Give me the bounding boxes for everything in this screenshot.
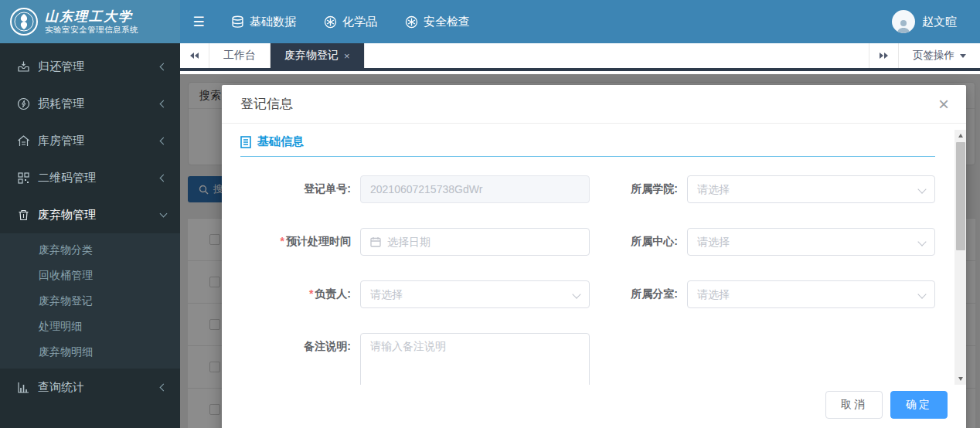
field-label: 所属中心: [608,228,687,249]
field-label: 登记单号: [240,175,360,196]
close-tab-icon[interactable]: × [344,51,350,61]
scrollbar-down-arrow[interactable] [954,373,966,385]
chevron-down-icon [917,237,926,246]
registration-number-input-wrap [360,175,590,203]
confirm-button[interactable]: 确定 [890,391,948,419]
sidebar-item-query-statistics[interactable]: 查询统计 [0,369,180,406]
field-remark: 备注说明: [240,333,590,385]
system-name: 实验室安全管理信息系统 [45,25,138,34]
dialog-header: 登记信息 × [222,85,966,124]
remark-textarea-wrap [360,333,590,385]
university-name: 山东理工大学 [45,9,138,25]
sidebar-item-label: 查询统计 [38,380,153,395]
manager-select[interactable] [360,280,590,308]
cancel-button[interactable]: 取消 [825,391,883,419]
qrcode-icon [17,172,30,185]
nav-item-safety-check[interactable]: 安全检查 [391,0,484,43]
chevron-down-icon [917,290,926,298]
sidebar-subitem-waste-classification[interactable]: 废弃物分类 [0,237,180,263]
dialog-title: 登记信息 [240,95,293,113]
nav-label: 化学品 [342,15,377,29]
required-mark: * [281,235,284,247]
warehouse-icon [17,134,30,148]
process-time-input[interactable] [387,236,566,248]
scrollbar-up-arrow[interactable] [954,130,966,141]
dialog-footer: 取消 确定 [222,385,966,419]
close-icon[interactable]: × [938,95,949,114]
nav-item-chemicals[interactable]: 化学品 [310,0,391,43]
tab-label: 废弃物登记 [284,49,339,63]
waste-management-submenu: 废弃物分类 回收桶管理 废弃物登记 处理明细 废弃物明细 [0,233,180,369]
dialog-body: 基础信息 登记单号: 所属学院: *预计处理时间 [222,124,966,385]
center-select-input[interactable] [697,236,911,248]
database-icon [231,15,244,29]
registration-number-input [370,183,566,195]
registration-form: 登记单号: 所属学院: *预计处理时间 [240,175,935,385]
registration-info-dialog: 登记信息 × 基础信息 登记单号: 所属学院: [222,85,966,428]
hamburger-icon[interactable]: ☰ [180,0,217,43]
field-manager: *负责人: [240,280,590,308]
remark-textarea[interactable] [370,340,580,385]
scroll-tabs-left-button[interactable] [180,43,209,68]
chevron-left-icon [160,100,168,107]
sidebar-subitem-waste-registration[interactable]: 废弃物登记 [0,288,180,314]
section-title: 基础信息 [257,134,304,149]
field-label: 所属分室: [608,280,687,301]
chevron-down-icon [160,210,168,218]
tab-waste-registration[interactable]: 废弃物登记 × [271,43,365,68]
return-icon [17,60,30,73]
college-select[interactable] [687,175,935,203]
waste-icon [17,209,30,222]
safety-check-icon [405,15,418,29]
subroom-select[interactable] [687,280,935,308]
caret-down-icon [960,54,966,58]
sidebar-subitem-waste-details[interactable]: 废弃物明细 [0,339,180,365]
chevron-down-icon [572,290,580,298]
sidebar-subitem-recycle-bin-management[interactable]: 回收桶管理 [0,263,180,288]
tab-workbench[interactable]: 工作台 [209,43,271,68]
nav-item-basic-data[interactable]: 基础数据 [217,0,310,43]
basic-info-section-header: 基础信息 [240,134,935,157]
tab-label: 工作台 [223,49,256,63]
field-label: *预计处理时间 [240,228,360,249]
app-logo: 山东理工大学 实验室安全管理信息系统 [0,0,180,43]
field-process-time: *预计处理时间 [240,228,590,256]
sidebar-item-return-management[interactable]: 归还管理 [0,48,180,85]
user-menu[interactable]: 赵文暄 [892,0,980,43]
sidebar-item-label: 损耗管理 [38,97,153,111]
sidebar-item-label: 库房管理 [38,134,153,148]
field-label: 所属学院: [608,175,687,196]
college-select-input[interactable] [697,183,911,195]
required-mark: * [309,287,313,300]
sidebar-item-label: 废弃物管理 [38,208,153,222]
document-icon [240,136,251,148]
dialog-scrollbar[interactable] [954,130,966,385]
manager-select-input[interactable] [370,288,566,301]
scroll-tabs-right-button[interactable] [869,43,898,68]
field-subroom: 所属分室: [608,280,935,308]
field-registration-number: 登记单号: [240,175,590,203]
scrollbar-thumb[interactable] [956,142,965,250]
tabbar: 工作台 废弃物登记 × 页签操作 [180,43,980,71]
center-select[interactable] [687,228,935,256]
user-name: 赵文暄 [922,15,957,29]
double-right-arrow-icon [880,53,883,59]
nav-label: 基础数据 [250,15,296,29]
sidebar-item-warehouse-management[interactable]: 库房管理 [0,122,180,159]
chevron-down-icon [917,185,926,193]
sidebar-subitem-processing-details[interactable]: 处理明细 [0,314,180,339]
chevron-left-icon [160,174,168,182]
top-header: 山东理工大学 实验室安全管理信息系统 ☰ 基础数据 化学品 安全检 [0,0,980,43]
double-left-arrow-icon [190,53,194,59]
tab-actions-dropdown[interactable]: 页签操作 [898,43,980,68]
nav-label: 安全检查 [424,15,470,29]
process-time-datepicker[interactable] [360,228,590,256]
sidebar-item-loss-management[interactable]: 损耗管理 [0,85,180,122]
loss-icon [17,97,30,110]
sidebar: 归还管理 损耗管理 库房管理 二维码管理 [0,43,180,428]
sidebar-item-waste-management[interactable]: 废弃物管理 [0,196,180,233]
subroom-select-input[interactable] [697,288,911,301]
stats-icon [17,381,30,394]
avatar [892,10,915,33]
sidebar-item-qrcode-management[interactable]: 二维码管理 [0,159,180,196]
